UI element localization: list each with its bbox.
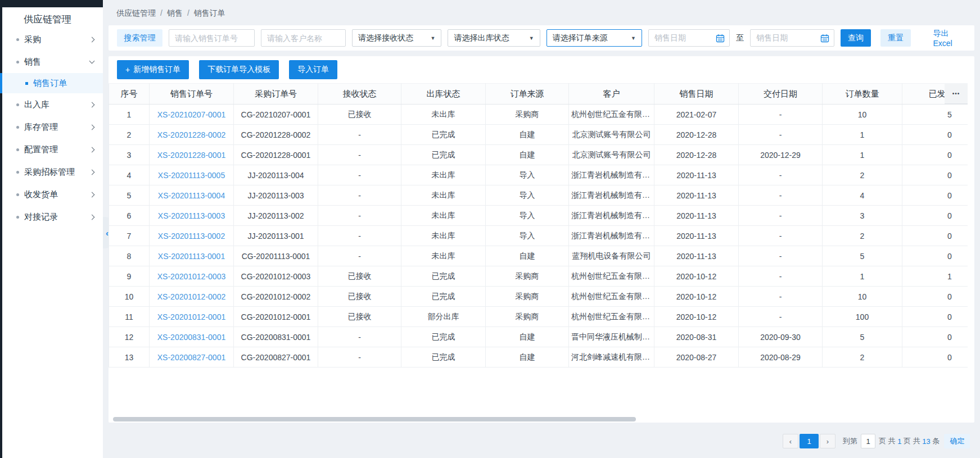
- table-cell: 1: [823, 125, 902, 145]
- receive-status-select[interactable]: 请选择接收状态 ▼: [352, 29, 441, 47]
- table-cell: 5: [902, 105, 968, 125]
- sidebar-item-label: 出入库: [24, 99, 90, 110]
- outbound-status-select[interactable]: 请选择出库状态 ▼: [448, 29, 540, 47]
- sales-order-link[interactable]: XS-20201012-0003: [157, 272, 225, 281]
- table-cell: -: [739, 246, 823, 266]
- horizontal-scrollbar[interactable]: [113, 417, 636, 421]
- confirm-page-button[interactable]: 确定: [944, 434, 970, 448]
- table-cell: 自建: [486, 327, 569, 347]
- bullet-icon: [16, 171, 19, 174]
- query-button[interactable]: 查询: [841, 29, 871, 47]
- table-cell: CG-20210207-0001: [234, 105, 318, 125]
- table-cell: 5: [109, 185, 150, 206]
- order-source-select[interactable]: 请选择订单来源 ▼: [547, 29, 642, 47]
- table-row: 13XS-20200827-0001CG-20200827-0001-已完成自建…: [109, 347, 968, 368]
- table-cell: 0: [902, 145, 968, 165]
- total-count-value: 13: [922, 437, 930, 446]
- table-cell: 河北剑峰减速机有限公司: [569, 347, 654, 368]
- table-cell: 未出库: [401, 185, 486, 206]
- column-header: 销售订单号: [150, 84, 234, 105]
- caret-down-icon: ▼: [529, 35, 534, 41]
- sales-order-no-cell: XS-20201113-0001: [150, 246, 234, 266]
- download-import-template-button[interactable]: 下载订单导入模板: [199, 60, 279, 79]
- sidebar: 供应链管理 采购销售销售订单出入库库存管理配置管理采购招标管理收发货单对接记录: [2, 7, 103, 458]
- sales-order-link[interactable]: XS-20210207-0001: [157, 110, 225, 119]
- add-sales-order-button[interactable]: + 新增销售订单: [117, 60, 189, 79]
- table-row: 4XS-20201113-0005JJ-2020113-004-未出库导入浙江青…: [109, 165, 968, 185]
- sales-date-start-picker[interactable]: 销售日期: [648, 29, 730, 47]
- table-cell: -: [318, 145, 401, 165]
- table-cell: 2: [823, 226, 902, 246]
- caret-down-icon: ▼: [631, 35, 636, 41]
- table-cell: 0: [902, 327, 968, 347]
- table-cell: 2021-02-07: [654, 105, 739, 125]
- table-cell: 未出库: [401, 226, 486, 246]
- sales-order-link[interactable]: XS-20201012-0001: [157, 312, 225, 321]
- table-row: 11XS-20201012-0001CG-20201012-0001已接收部分出…: [109, 307, 968, 327]
- count-unit-label: 条: [932, 436, 940, 446]
- table-cell: -: [318, 206, 401, 226]
- sidebar-item-sales-order[interactable]: 销售订单: [2, 73, 103, 93]
- sales-order-link[interactable]: XS-20200827-0001: [157, 353, 225, 362]
- sales-order-link[interactable]: XS-20201012-0002: [157, 292, 225, 301]
- sidebar-item-inventory-management[interactable]: 库存管理: [2, 116, 103, 138]
- table-cell: 2020-11-13: [654, 226, 739, 246]
- table-cell: 2020-09-30: [739, 327, 823, 347]
- sales-order-link[interactable]: XS-20201113-0004: [158, 191, 225, 200]
- table-cell: 7: [109, 226, 150, 246]
- sales-order-no-cell: XS-20201228-0002: [150, 125, 234, 145]
- table-cell: 4: [109, 165, 150, 185]
- chevron-down-icon: [89, 58, 95, 64]
- breadcrumb-item[interactable]: 供应链管理: [116, 8, 156, 17]
- import-orders-button[interactable]: 导入订单: [289, 60, 337, 79]
- sidebar-item-purchase[interactable]: 采购: [2, 28, 103, 51]
- calendar-icon: [820, 34, 829, 43]
- sales-order-link[interactable]: XS-20200831-0001: [157, 333, 225, 342]
- table-cell: 2020-11-13: [654, 206, 739, 226]
- export-excel-link[interactable]: 导出Excel: [933, 29, 968, 48]
- table-cell: 2020-10-12: [654, 266, 739, 287]
- goto-page-input[interactable]: [861, 434, 875, 448]
- sidebar-item-sales[interactable]: 销售: [2, 51, 103, 73]
- table-cell: 已接收: [318, 266, 401, 287]
- table-cell: 蓝翔机电设备有限公司: [569, 246, 654, 266]
- table-cell: -: [739, 226, 823, 246]
- prev-page-button[interactable]: ‹: [783, 434, 798, 448]
- sales-order-link[interactable]: XS-20201228-0001: [157, 151, 225, 160]
- orders-table: 序号销售订单号采购订单号接收状态出库状态订单来源客户销售日期交付日期订单数量已发…: [109, 83, 968, 368]
- table-cell: 浙江青岩机械制造有限...: [569, 165, 654, 185]
- plus-icon: +: [125, 65, 130, 74]
- sales-order-no-input[interactable]: [169, 29, 255, 47]
- sales-order-link[interactable]: XS-20201113-0003: [158, 211, 225, 220]
- search-manage-button[interactable]: 搜索管理: [117, 29, 162, 47]
- sidebar-item-docking-records[interactable]: 对接记录: [2, 206, 103, 228]
- sales-order-link[interactable]: XS-20201113-0001: [158, 252, 225, 261]
- table-cell: 5: [823, 246, 902, 266]
- column-header: 客户: [569, 84, 654, 105]
- sidebar-item-config-management[interactable]: 配置管理: [2, 138, 103, 161]
- table-cell: 未出库: [401, 206, 486, 226]
- sidebar-item-shipping-receiving-orders[interactable]: 收发货单: [2, 183, 103, 206]
- page-1-button[interactable]: 1: [800, 434, 819, 448]
- sales-order-link[interactable]: XS-20201228-0002: [157, 130, 225, 139]
- customer-name-input[interactable]: [261, 29, 346, 47]
- filter-panel: 搜索管理 请选择接收状态 ▼ 请选择出库状态 ▼ 请选择订单来源 ▼ 销售日期: [109, 25, 974, 51]
- sales-order-link[interactable]: XS-20201113-0002: [158, 232, 225, 241]
- sales-order-link[interactable]: XS-20201113-0005: [158, 171, 225, 180]
- chevron-right-icon: [89, 37, 95, 42]
- column-settings-button[interactable]: •••: [945, 83, 968, 104]
- sidebar-item-purchase-bidding-management[interactable]: 采购招标管理: [2, 161, 103, 183]
- reset-button[interactable]: 重置: [880, 29, 911, 47]
- sales-date-end-picker[interactable]: 销售日期: [750, 29, 834, 47]
- table-cell: 已接收: [318, 287, 401, 307]
- table-cell: 10: [823, 287, 902, 307]
- table-cell: 已完成: [401, 347, 486, 368]
- breadcrumb-item[interactable]: 销售: [167, 8, 183, 17]
- chevron-right-icon: [89, 214, 95, 220]
- table-cell: 2020-11-13: [654, 185, 739, 206]
- column-header: 序号: [109, 84, 150, 105]
- next-page-button[interactable]: ›: [820, 434, 836, 448]
- more-dots-icon: •••: [952, 90, 960, 97]
- table-cell: -: [739, 266, 823, 287]
- sidebar-item-in-out-warehouse[interactable]: 出入库: [2, 93, 103, 116]
